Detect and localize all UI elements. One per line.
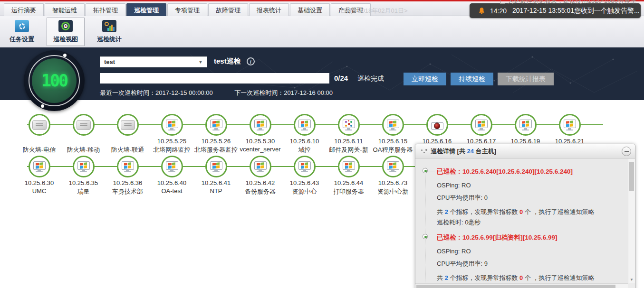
bell-icon xyxy=(478,7,485,15)
device-circle[interactable] xyxy=(559,114,581,136)
device-node[interactable]: 10.25.6.30 UMC xyxy=(17,156,61,195)
device-circle[interactable] xyxy=(29,114,50,136)
device-node[interactable]: 10.25.6.15 OA程序服务器 xyxy=(371,114,415,153)
device-node[interactable]: 10.25.6.35 瑞星 xyxy=(61,156,106,195)
device-name: 车身技术部 xyxy=(106,187,150,195)
device-node[interactable]: 防火墙-电信 xyxy=(17,114,61,153)
nav-tab[interactable]: 巡检管理 xyxy=(126,3,166,18)
resolution-notice-text: 为达最佳浏览效果，建议使用1920*1080分辨率 xyxy=(508,0,636,5)
device-node[interactable]: 10.25.6.44 打印服务器 xyxy=(327,156,371,195)
minus-icon xyxy=(625,151,629,152)
toast-time: 14:20 xyxy=(490,7,507,15)
toolbar-item[interactable]: 任务设置 xyxy=(3,18,41,46)
device-circle[interactable] xyxy=(294,156,316,177)
action-button[interactable]: 立即巡检 xyxy=(404,73,446,85)
toolbar-item[interactable]: 巡检视图 xyxy=(47,18,85,46)
device-circle[interactable] xyxy=(382,156,404,177)
device-circle[interactable] xyxy=(294,114,316,136)
nav-tab[interactable]: 专项管理 xyxy=(167,3,207,18)
device-node[interactable]: 10.25.6.43 资源中心 xyxy=(282,156,327,195)
device-node[interactable]: 10.25.6.73 资源中心新 xyxy=(371,156,415,195)
horizontal-scrollbar-thumb[interactable] xyxy=(416,285,615,288)
action-button[interactable]: 下载统计报表 xyxy=(498,73,554,85)
device-node[interactable]: 10.25.6.36 车身技术部 xyxy=(106,156,150,195)
detail-panel-header[interactable]: 巡检详情 [共 24 台主机] xyxy=(415,144,635,158)
task-select[interactable]: test ▼ xyxy=(100,56,207,67)
device-ip: 10.25.6.30 xyxy=(17,179,61,187)
device-circle[interactable] xyxy=(117,114,139,136)
device-icon xyxy=(33,161,46,172)
device-circle[interactable] xyxy=(161,156,183,177)
nav-tab[interactable]: 基础设置 xyxy=(290,3,330,18)
device-node[interactable]: 10.25.5.25 北塔网络监控 xyxy=(150,114,194,153)
device-node[interactable]: 10.25.6.41 NTP xyxy=(194,156,238,195)
action-button[interactable]: 持续巡检 xyxy=(451,73,493,85)
gauge-dot xyxy=(63,54,67,57)
chevron-down-icon: ▼ xyxy=(198,59,203,65)
inspection-times: 最近一次巡检时间：2017-12-15 00:00:00 下一次巡检时间：201… xyxy=(100,89,353,97)
vertical-scrollbar[interactable]: ▼ xyxy=(628,159,635,283)
scroll-down-arrow-icon[interactable]: ▼ xyxy=(628,278,635,282)
device-circle[interactable] xyxy=(205,114,227,136)
metrics-text: 共 xyxy=(437,208,445,215)
device-circle[interactable] xyxy=(73,114,95,136)
device-circle[interactable] xyxy=(338,114,360,136)
tree-bullet-icon[interactable] xyxy=(423,234,428,239)
device-circle[interactable] xyxy=(382,114,404,136)
device-circle[interactable] xyxy=(471,114,492,136)
nav-tab[interactable]: 报表统计 xyxy=(249,3,289,18)
device-ip: 10.25.6.36 xyxy=(106,179,150,187)
metrics-text: 个 ，执行了巡检通知策略 xyxy=(523,208,594,215)
minimize-button[interactable] xyxy=(622,147,631,156)
device-circle[interactable] xyxy=(250,156,271,177)
vertical-scrollbar-thumb[interactable] xyxy=(629,162,634,191)
nav-tab[interactable]: 拓扑管理 xyxy=(86,3,125,18)
inspection-hero-panel: 100 test ▼ test巡检 i 0/24 巡检完成 立即巡检 持续巡检 … xyxy=(0,47,644,100)
toolbar-item[interactable]: 巡检统计 xyxy=(90,18,128,46)
checkbox-icon[interactable] xyxy=(500,0,505,4)
alert-toast[interactable]: 14:20 2017-12-15 13:55:01您收到一个触发告警... xyxy=(470,3,641,18)
nav-tab[interactable]: 故障管理 xyxy=(208,3,248,18)
device-icon xyxy=(32,120,47,130)
device-node[interactable]: 10.25.6.42 备份服务器 xyxy=(238,156,282,195)
progress-label: 巡检完成 xyxy=(357,74,384,83)
entry-title[interactable]: 已巡检：10.25.6.99[归档资料][10.25.6.99] xyxy=(437,233,628,242)
inspection-entries: 已巡检：10.25.6.240[10.25.6.240][10.25.6.240… xyxy=(425,167,628,283)
info-icon[interactable]: i xyxy=(247,57,255,65)
nav-tab[interactable]: 智能运维 xyxy=(45,3,85,18)
device-node[interactable]: 10.25.6.40 OA-test xyxy=(150,156,194,195)
metrics-text: 个 ，执行了巡检通知策略 xyxy=(523,274,594,281)
nav-tab[interactable]: 运行摘要 xyxy=(4,3,44,18)
next-inspection-time: 下一次巡检时间：2017-12-16 00:00 xyxy=(234,89,333,96)
toolbar-item-label: 巡检视图 xyxy=(53,35,78,44)
device-ip: 10.25.6.73 xyxy=(371,179,415,187)
device-circle[interactable] xyxy=(250,114,271,136)
device-circle[interactable] xyxy=(205,156,227,177)
device-node[interactable]: 10.25.6.11 邮件及网关-新 xyxy=(327,114,371,153)
toolbar-item-icon xyxy=(15,20,29,32)
device-node[interactable]: 10.25.5.30 vcenter_server xyxy=(238,114,282,153)
tree-bullet-icon[interactable] xyxy=(423,168,428,173)
detail-panel-title: 巡检详情 [共 24 台主机] xyxy=(431,147,622,156)
device-circle[interactable] xyxy=(161,114,183,136)
device-circle[interactable] xyxy=(515,114,537,136)
device-circle[interactable] xyxy=(73,156,95,177)
host-count: 24 xyxy=(467,148,474,155)
device-node[interactable]: 防火墙-联通 xyxy=(106,114,150,153)
device-node[interactable]: 10.25.6.10 域控 xyxy=(282,114,327,153)
entry-metrics: 共 2 个指标，发现异常指标数 0 个 ，执行了巡检通知策略 xyxy=(437,208,628,216)
device-node[interactable]: 防火墙-移动 xyxy=(61,114,106,153)
device-circle[interactable] xyxy=(338,156,360,177)
device-name: 防火墙-电信 xyxy=(17,146,61,153)
horizontal-scrollbar[interactable] xyxy=(415,283,628,288)
device-circle[interactable] xyxy=(426,114,448,136)
device-circle[interactable] xyxy=(117,156,139,177)
device-ip: 10.25.6.44 xyxy=(327,179,371,187)
device-icon xyxy=(77,161,90,172)
device-node[interactable]: 10.25.5.26 北塔服务器监控 xyxy=(194,114,238,153)
device-circle[interactable] xyxy=(29,156,50,177)
entry-title[interactable]: 已巡检：10.25.6.240[10.25.6.240][10.25.6.240… xyxy=(437,167,628,176)
device-name: 防火墙-移动 xyxy=(61,146,106,153)
device-icon xyxy=(121,120,135,130)
device-name: 防火墙-联通 xyxy=(106,146,150,153)
